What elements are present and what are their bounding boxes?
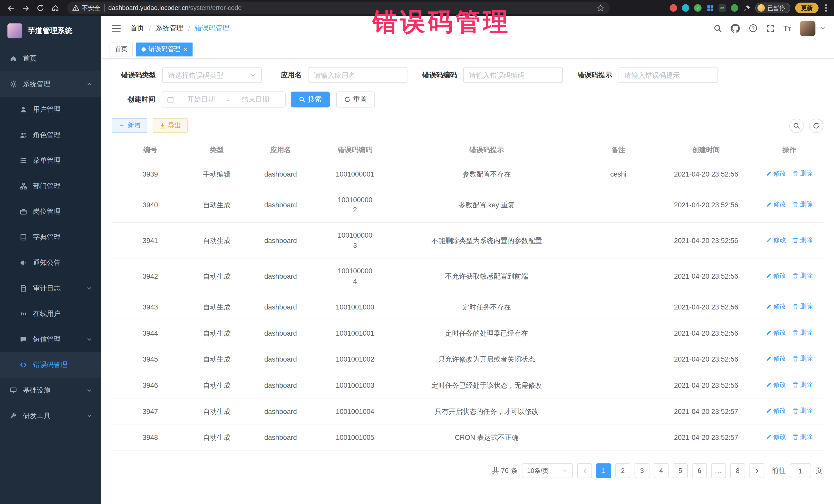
- extension-icon-leaf[interactable]: [731, 4, 738, 12]
- breadcrumb-home[interactable]: 首页: [130, 23, 144, 33]
- extensions-pin-icon[interactable]: [743, 4, 751, 12]
- hamburger-icon[interactable]: [110, 22, 123, 35]
- next-page-button[interactable]: [749, 463, 764, 478]
- browser-home-button[interactable]: [49, 2, 62, 14]
- delete-link[interactable]: 删除: [792, 354, 813, 364]
- date-range-picker[interactable]: 开始日期 - 结束日期: [162, 92, 286, 108]
- edit-link[interactable]: 修改: [766, 169, 786, 179]
- sidebar-item-12[interactable]: 错误码管理: [0, 352, 101, 377]
- delete-link[interactable]: 删除: [792, 199, 813, 210]
- delete-link[interactable]: 删除: [792, 406, 813, 416]
- edit-link[interactable]: 修改: [766, 302, 786, 311]
- extension-icon-grid[interactable]: [706, 4, 714, 12]
- edit-link[interactable]: 修改: [766, 328, 786, 338]
- app-name-field[interactable]: [308, 67, 408, 83]
- sidebar-item-9[interactable]: 审计日志: [0, 276, 101, 301]
- sidebar-item-2[interactable]: 用户管理: [0, 97, 101, 122]
- github-icon[interactable]: [731, 24, 740, 32]
- extension-icon-green[interactable]: ✓: [694, 4, 702, 12]
- chevron-down-icon[interactable]: [820, 25, 826, 31]
- error-code-input[interactable]: [469, 71, 557, 79]
- prev-page-button[interactable]: [577, 463, 592, 478]
- page-size-select[interactable]: 10条/页: [522, 463, 573, 478]
- date-start-placeholder[interactable]: 开始日期: [176, 95, 226, 104]
- sidebar-item-label: 首页: [23, 53, 37, 63]
- delete-link[interactable]: 删除: [792, 328, 813, 338]
- close-icon[interactable]: ×: [183, 46, 187, 52]
- refresh-table-icon[interactable]: [809, 118, 824, 133]
- sidebar-item-10[interactable]: 在线用户: [0, 301, 101, 326]
- sidebar-item-0[interactable]: 首页: [0, 46, 101, 71]
- font-size-icon[interactable]: TT: [784, 24, 791, 32]
- tab-error-code[interactable]: 错误码管理 ×: [136, 42, 193, 56]
- sidebar-item-7[interactable]: 字典管理: [0, 224, 101, 250]
- reset-button[interactable]: 重置: [336, 92, 375, 108]
- more-pages-button[interactable]: ...: [711, 463, 726, 478]
- logo-image: [7, 23, 22, 38]
- sidebar-item-6[interactable]: 岗位管理: [0, 199, 101, 224]
- table-row: 3943自动生成dashboard1001001000定时任务不存在2021-0…: [112, 294, 823, 320]
- goto-page-input[interactable]: [790, 463, 811, 478]
- page-button-2[interactable]: 2: [615, 463, 630, 478]
- browser-forward-button[interactable]: [19, 2, 32, 14]
- extension-icon-red[interactable]: [670, 4, 677, 12]
- security-chip[interactable]: 不安全: [72, 4, 100, 12]
- delete-link[interactable]: 删除: [792, 302, 813, 311]
- date-end-placeholder[interactable]: 结束日期: [231, 95, 280, 104]
- sidebar-item-8[interactable]: 通知公告: [0, 250, 101, 275]
- breadcrumb-system[interactable]: 系统管理: [156, 23, 183, 33]
- edit-link[interactable]: 修改: [766, 406, 786, 416]
- error-message-input[interactable]: [624, 71, 712, 79]
- sidebar-item-14[interactable]: 研发工具: [0, 403, 101, 429]
- edit-link[interactable]: 修改: [766, 432, 786, 442]
- sidebar-item-5[interactable]: 部门管理: [0, 174, 101, 199]
- sidebar-item-3[interactable]: 角色管理: [0, 123, 101, 148]
- page-button-1[interactable]: 1: [596, 463, 611, 478]
- fullscreen-icon[interactable]: [767, 24, 774, 32]
- export-button[interactable]: 导出: [153, 118, 188, 133]
- page-button-6[interactable]: 6: [692, 463, 707, 478]
- error-message-field[interactable]: [619, 67, 718, 83]
- extension-icon-teal[interactable]: [682, 4, 689, 12]
- delete-link[interactable]: 删除: [792, 271, 813, 281]
- error-code-field[interactable]: [463, 67, 563, 83]
- app-name-input[interactable]: [314, 71, 402, 79]
- error-type-select[interactable]: [162, 67, 262, 83]
- toggle-search-icon[interactable]: [789, 118, 804, 133]
- edit-link[interactable]: 修改: [766, 199, 786, 210]
- delete-link[interactable]: 删除: [792, 432, 813, 442]
- user-avatar[interactable]: [800, 21, 815, 36]
- edit-link[interactable]: 修改: [766, 380, 786, 390]
- page-button-5[interactable]: 5: [673, 463, 688, 478]
- delete-link[interactable]: 删除: [792, 169, 813, 179]
- browser-update-button[interactable]: 更新: [795, 3, 819, 13]
- tab-home[interactable]: 首页: [110, 42, 133, 56]
- app-logo[interactable]: 芋道管理系统: [0, 16, 101, 46]
- error-type-select-input[interactable]: [168, 71, 247, 79]
- search-icon[interactable]: [714, 24, 722, 32]
- browser-menu-icon[interactable]: [824, 4, 829, 12]
- edit-link[interactable]: 修改: [766, 235, 786, 245]
- sidebar-item-1[interactable]: 系统管理: [0, 71, 101, 97]
- cell-app: dashboard: [245, 320, 316, 346]
- help-icon[interactable]: ?: [749, 24, 757, 32]
- bookmark-star-icon[interactable]: [597, 4, 604, 12]
- sidebar-item-4[interactable]: 菜单管理: [0, 148, 101, 173]
- edit-link[interactable]: 修改: [766, 354, 786, 364]
- address-bar[interactable]: 不安全 dashboard.yudao.iocoder.cn/system/er…: [67, 2, 610, 14]
- page-button-3[interactable]: 3: [635, 463, 650, 478]
- browser-refresh-button[interactable]: [34, 2, 47, 14]
- add-button[interactable]: ＋ 新增: [112, 118, 147, 133]
- sidebar-item-11[interactable]: 短信管理: [0, 327, 101, 352]
- sidebar-item-13[interactable]: 基础设施: [0, 378, 101, 403]
- search-button[interactable]: 搜索: [291, 92, 330, 108]
- edit-link[interactable]: 修改: [766, 271, 786, 281]
- page-button-8[interactable]: 8: [730, 463, 745, 478]
- profile-paused-badge[interactable]: 已暂停: [755, 3, 790, 13]
- browser-back-button[interactable]: [4, 2, 17, 14]
- paused-label: 已暂停: [768, 4, 785, 12]
- page-button-4[interactable]: 4: [654, 463, 668, 478]
- delete-link[interactable]: 删除: [792, 380, 813, 390]
- extension-icon-on[interactable]: on: [719, 4, 726, 12]
- delete-link[interactable]: 删除: [792, 235, 813, 245]
